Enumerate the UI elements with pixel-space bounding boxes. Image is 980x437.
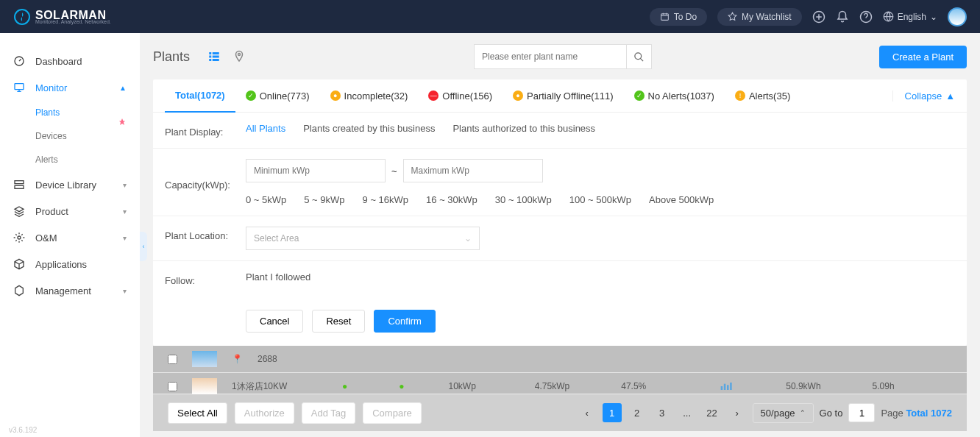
map-view-icon[interactable] (232, 50, 246, 63)
svg-rect-19 (724, 384, 726, 390)
todo-button[interactable]: To Do (650, 8, 707, 26)
row-checkbox[interactable] (168, 355, 177, 364)
sidebar-label: Dashboard (35, 56, 82, 67)
cell-ratio: 47.5% (621, 381, 646, 391)
svg-rect-15 (213, 59, 219, 61)
svg-rect-14 (213, 56, 219, 58)
filter-display-all[interactable]: All Plants (246, 123, 285, 134)
page-header: Plants Create a Plant (153, 44, 967, 69)
tab-online[interactable]: ✓Online(773) (235, 80, 320, 112)
sidebar-item-monitor[interactable]: Monitor ▲ (0, 74, 140, 101)
total-count: Total 1072 (906, 408, 952, 419)
sidebar-item-dashboard[interactable]: Dashboard (0, 48, 140, 74)
location-select[interactable]: Select Area ⌄ (246, 227, 480, 250)
capacity-range-2[interactable]: 5 ~ 9kWp (304, 194, 344, 205)
select-all-button[interactable]: Select All (168, 402, 227, 424)
goto-input[interactable] (848, 403, 875, 422)
page-2[interactable]: 2 (628, 403, 647, 422)
row-checkbox[interactable] (168, 382, 177, 391)
add-icon[interactable] (812, 10, 825, 24)
tab-alerts[interactable]: !Alerts(35) (725, 80, 800, 112)
capacity-tilde: ~ (391, 166, 397, 177)
filter-display-created[interactable]: Plants created by this business (303, 123, 435, 134)
search-input[interactable] (474, 44, 627, 69)
sidebar-sub-label: Plants (35, 107, 60, 118)
tab-offline[interactable]: —Offline(156) (418, 80, 503, 112)
cancel-button[interactable]: Cancel (246, 310, 303, 333)
create-plant-button[interactable]: Create a Plant (879, 46, 967, 68)
search-icon (633, 51, 645, 63)
follow-option[interactable]: Plant I followed (246, 271, 310, 283)
reset-button[interactable]: Reset (312, 310, 365, 333)
help-icon[interactable] (859, 10, 873, 24)
page-3[interactable]: 3 (653, 403, 672, 422)
capacity-range-1[interactable]: 0 ~ 5kWp (246, 194, 286, 205)
list-view-icon[interactable] (207, 50, 221, 63)
search-button[interactable] (627, 44, 652, 69)
svg-rect-8 (15, 185, 24, 188)
sidebar-sub-alerts[interactable]: Alerts (0, 148, 140, 171)
chart-icon (720, 381, 734, 391)
page-size-select[interactable]: 50/page⌃ (753, 403, 814, 423)
sidebar-label: Management (35, 285, 91, 296)
confirm-button[interactable]: Confirm (374, 310, 436, 333)
svg-rect-13 (213, 52, 219, 54)
pagination-bar: Select All Authorize Add Tag Compare ‹ 1… (153, 394, 967, 431)
status-tabs: Total(1072) ✓Online(773) ●Incomplete(32)… (153, 79, 967, 113)
sidebar-item-applications[interactable]: Applications (0, 251, 140, 277)
page-next[interactable]: › (728, 403, 747, 422)
page-dots: ... (678, 403, 697, 422)
sidebar-sub-plants[interactable]: Plants (0, 101, 140, 124)
tab-partial[interactable]: ●Partially Offline(111) (503, 80, 624, 112)
capacity-range-7[interactable]: Above 500kWp (649, 194, 714, 205)
add-tag-button[interactable]: Add Tag (302, 402, 355, 424)
status-dot-green: ✓ (246, 90, 256, 101)
watchlist-button[interactable]: My Watchlist (717, 8, 802, 26)
page-prev[interactable]: ‹ (578, 403, 597, 422)
max-capacity-input[interactable] (403, 159, 543, 182)
compare-button[interactable]: Compare (363, 402, 421, 424)
filter-display-authorized[interactable]: Plants authorized to this business (452, 123, 595, 134)
capacity-range-6[interactable]: 100 ~ 500kWp (569, 194, 631, 205)
capacity-range-5[interactable]: 30 ~ 100kWp (495, 194, 552, 205)
todo-label: To Do (674, 12, 697, 22)
page-size-label: 50/page (761, 408, 795, 419)
capacity-range-3[interactable]: 9 ~ 16kWp (363, 194, 409, 205)
plant-thumbnail (192, 378, 217, 394)
gauge-icon (13, 55, 25, 67)
page-1[interactable]: 1 (603, 403, 622, 422)
location-placeholder: Select Area (254, 233, 299, 244)
layers-icon (13, 205, 25, 217)
sidebar-item-product[interactable]: Product ▾ (0, 198, 140, 224)
sidebar: Dashboard Monitor ▲ Plants Devices Alert… (0, 33, 140, 437)
min-capacity-input[interactable] (246, 159, 386, 182)
status-dot-orange: ● (513, 90, 523, 101)
cell-capacity: 10kWp (449, 381, 476, 391)
avatar[interactable] (948, 7, 967, 26)
sidebar-item-om[interactable]: O&M ▾ (0, 224, 140, 251)
tab-total[interactable]: Total(1072) (165, 79, 235, 113)
tab-incomplete[interactable]: ●Incomplete(32) (320, 80, 419, 112)
page-last[interactable]: 22 (703, 403, 722, 422)
sidebar-sub-devices[interactable]: Devices (0, 124, 140, 148)
tab-label: Offline(156) (442, 90, 492, 102)
sidebar-item-device-library[interactable]: Device Library ▾ (0, 171, 140, 198)
tab-noalerts[interactable]: ✓No Alerts(1037) (624, 80, 725, 112)
bell-icon[interactable] (836, 10, 849, 24)
chevron-up-icon: ▲ (945, 90, 955, 102)
svg-point-9 (18, 236, 21, 239)
svg-rect-1 (661, 14, 668, 21)
language-selector[interactable]: English ⌄ (883, 11, 937, 22)
app-header: SOLARMAN Monitored. Analyzed. Networked.… (0, 0, 980, 33)
status-dot: ● (342, 381, 347, 391)
brand-tagline: Monitored. Analyzed. Networked. (35, 19, 111, 24)
tab-label: Incomplete(32) (344, 90, 408, 102)
capacity-range-4[interactable]: 16 ~ 30kWp (426, 194, 477, 205)
plant-display-label: Plant Display: (165, 123, 246, 138)
page-total: Page Total 1072 (881, 408, 952, 419)
plant-name: 1沐浴店10KW (232, 380, 327, 393)
collapse-button[interactable]: Collapse▲ (892, 90, 955, 102)
authorize-button[interactable]: Authorize (235, 402, 294, 424)
sidebar-item-management[interactable]: Management ▾ (0, 277, 140, 304)
table-row[interactable]: 📍 2688 (153, 346, 967, 373)
